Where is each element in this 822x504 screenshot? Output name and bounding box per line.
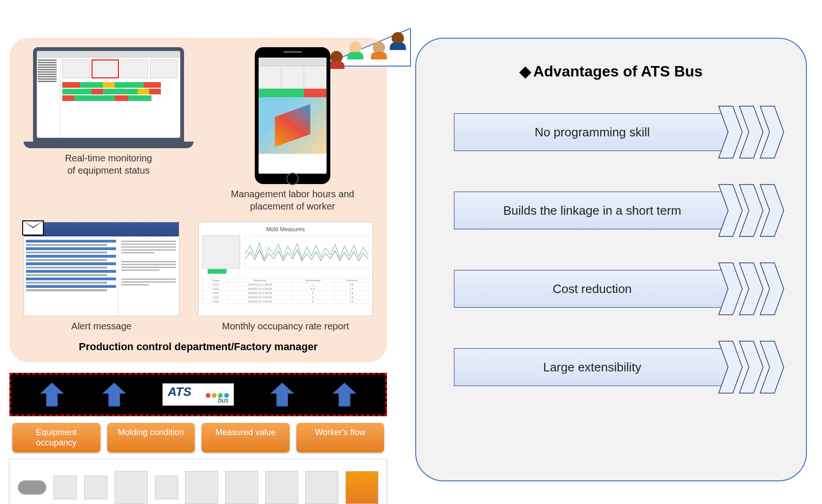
controller-icon: [185, 471, 218, 504]
up-arrow-icon: [330, 380, 359, 409]
equipment-strip: [9, 459, 387, 504]
svg-marker-4: [333, 383, 356, 406]
monitoring-caption: Real-time monitoring of equipment status: [24, 152, 193, 176]
pill-measured-value: Measured value: [201, 423, 290, 453]
email-screenshot: [24, 222, 179, 316]
cnc-machine-icon: [225, 471, 258, 504]
advantage-item-3: Cost reduction: [435, 260, 787, 317]
chevron-right-icon: [716, 339, 787, 395]
ats-bus-logo: ATS bus: [162, 383, 234, 406]
machining-center-icon: [305, 471, 338, 504]
up-arrow-icon: [38, 380, 66, 409]
svg-marker-16: [760, 341, 784, 393]
ats-logo-main: ATS: [168, 386, 191, 398]
alert-caption: Alert message: [24, 320, 179, 332]
advantage-label: Cost reduction: [553, 282, 632, 296]
chevron-right-icon: [716, 182, 787, 239]
people-triangle-icon: [321, 28, 415, 71]
alert-card: Alert message: [24, 222, 179, 332]
person-icon: [392, 32, 404, 44]
report-inner-title: Mold Measures: [202, 226, 369, 233]
ats-logo-sub: bus: [218, 397, 229, 403]
person-icon: [330, 51, 343, 63]
laptop-icon: [33, 47, 184, 142]
svg-marker-3: [270, 383, 294, 406]
advantage-label: Builds the linkage in a short term: [503, 203, 681, 218]
advantage-item-1: No programming skill: [435, 104, 787, 160]
report-caption: Monthly occupancy rate report: [198, 320, 373, 332]
up-arrow-icon: [100, 380, 128, 409]
chevron-right-icon: [716, 104, 787, 160]
advantage-bar: Large extensibility: [454, 348, 730, 386]
svg-marker-1: [40, 383, 64, 406]
left-panel: Real-time monitoring of equipment status…: [9, 38, 387, 504]
advantage-label: No programming skill: [535, 125, 650, 140]
advantage-bar: No programming skill: [454, 113, 730, 151]
report-table: TargetMeasuredTemperaturePressure LA2120…: [202, 278, 369, 304]
up-arrow-icon: [268, 380, 296, 409]
pill-equipment-occupancy: Equipment occupancy: [12, 423, 101, 453]
machine-icon: [202, 235, 240, 269]
labor-card: Management labor hours and placement of …: [212, 47, 373, 212]
management-panel: Real-time monitoring of equipment status…: [9, 38, 387, 362]
meter-icon: [155, 476, 178, 499]
person-icon: [373, 42, 385, 54]
department-title: Production control department/Factory ma…: [24, 341, 373, 353]
svg-marker-7: [760, 106, 784, 158]
advantages-panel: Advantages of ATS Bus No programming ski…: [415, 38, 807, 481]
report-screenshot: Mold Measures TargetMeasuredTemperatureP…: [198, 222, 373, 316]
data-source-pills: Equipment occupancy Molding condition Me…: [9, 423, 387, 453]
robot-arm-icon: [345, 471, 378, 504]
ats-bus-strip: ATS bus: [9, 373, 387, 416]
advantage-bar: Builds the linkage in a short term: [454, 192, 730, 229]
svg-marker-13: [760, 263, 784, 315]
monitoring-card: Real-time monitoring of equipment status: [24, 47, 193, 212]
advantage-bar: Cost reduction: [454, 270, 730, 308]
line-chart-icon: [245, 235, 369, 269]
sensor-icon: [53, 476, 77, 499]
plc-icon: [115, 471, 148, 504]
svg-marker-10: [760, 185, 784, 236]
advantage-label: Large extensibility: [543, 360, 641, 375]
advantages-title: Advantages of ATS Bus: [435, 62, 787, 80]
phone-icon: [255, 47, 330, 184]
thermostat-icon: [84, 476, 108, 499]
advantage-item-2: Builds the linkage in a short term: [435, 182, 787, 239]
cable-icon: [18, 480, 46, 495]
pill-workers-flow: Worker's flow: [296, 423, 385, 453]
person-icon: [349, 42, 361, 54]
report-card: Mold Measures TargetMeasuredTemperatureP…: [198, 222, 373, 332]
advantage-item-4: Large extensibility: [435, 339, 787, 395]
pill-molding-condition: Molding condition: [107, 423, 195, 453]
chevron-right-icon: [716, 260, 787, 317]
svg-marker-2: [102, 383, 126, 406]
envelope-icon: [22, 220, 44, 235]
labor-caption: Management labor hours and placement of …: [212, 188, 373, 212]
lathe-machine-icon: [265, 471, 298, 504]
